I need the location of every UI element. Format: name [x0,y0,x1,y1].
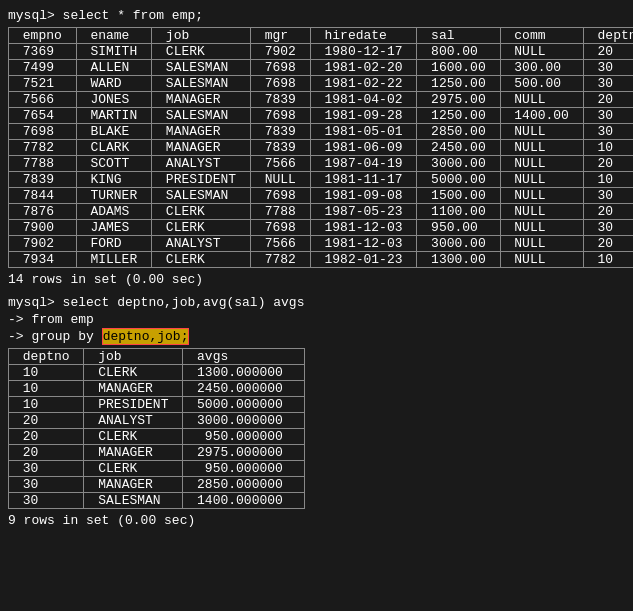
table-cell: ALLEN [76,60,151,76]
table-row: 7566 JONES MANAGER 7839 1981-04-02 2975.… [9,92,634,108]
col-job: job [152,28,251,44]
table-cell: 20 [583,44,633,60]
table-cell: PRESIDENT [152,172,251,188]
table-cell: 10 [9,365,84,381]
table-cell: 20 [583,204,633,220]
table-row: 7876 ADAMS CLERK 7788 1987-05-23 1100.00… [9,204,634,220]
table-cell: 30 [583,108,633,124]
result-table-2: deptno job avgs 10 CLERK 1300.000000 10 … [8,348,305,509]
table-cell: SALESMAN [152,60,251,76]
table-cell: MANAGER [84,445,183,461]
table-cell: 7698 [250,76,310,92]
table-cell: ANALYST [152,236,251,252]
table-cell: 7782 [250,252,310,268]
col-empno: empno [9,28,77,44]
table-cell: NULL [500,44,583,60]
table-cell: SCOTT [76,156,151,172]
table-cell: 1981-02-22 [310,76,417,92]
table-cell: 7698 [9,124,77,140]
table-cell: 3000.00 [417,236,500,252]
table-cell: 1981-09-28 [310,108,417,124]
table-cell: 10 [583,172,633,188]
table-cell: SALESMAN [152,76,251,92]
table-cell: NULL [500,252,583,268]
table-cell: 30 [583,76,633,92]
table-cell: FORD [76,236,151,252]
table-cell: 10 [583,140,633,156]
col2-avgs: avgs [183,349,305,365]
table-cell: 30 [9,461,84,477]
table-cell: CLERK [152,220,251,236]
table-row: 30 MANAGER 2850.000000 [9,477,305,493]
table-cell: 10 [583,252,633,268]
table-cell: MILLER [76,252,151,268]
table-cell: 1981-09-08 [310,188,417,204]
table-cell: 30 [9,477,84,493]
table-cell: 20 [9,413,84,429]
table-cell: PRESIDENT [84,397,183,413]
table-cell: 20 [583,236,633,252]
table-cell: 7839 [250,92,310,108]
table-row: 10 PRESIDENT 5000.000000 [9,397,305,413]
table-cell: MANAGER [84,477,183,493]
table-cell: 7844 [9,188,77,204]
prompt1: mysql> select * from emp; [8,8,625,23]
table-cell: MANAGER [152,140,251,156]
table-cell: 7654 [9,108,77,124]
table-row: 7521 WARD SALESMAN 7698 1981-02-22 1250.… [9,76,634,92]
table-cell: 1300.000000 [183,365,305,381]
table-cell: 1987-04-19 [310,156,417,172]
table-row: 7934 MILLER CLERK 7782 1982-01-23 1300.0… [9,252,634,268]
table-cell: 7934 [9,252,77,268]
table-cell: 1980-12-17 [310,44,417,60]
table-cell: 2850.000000 [183,477,305,493]
table-cell: MANAGER [152,92,251,108]
table-row: 7654 MARTIN SALESMAN 7698 1981-09-28 125… [9,108,634,124]
table-cell: NULL [500,236,583,252]
table-row: 20 MANAGER 2975.000000 [9,445,305,461]
table-cell: 7839 [9,172,77,188]
table-cell: NULL [500,156,583,172]
table-cell: SIMITH [76,44,151,60]
table-row: 7902 FORD ANALYST 7566 1981-12-03 3000.0… [9,236,634,252]
table-cell: 1981-12-03 [310,220,417,236]
table-cell: 7788 [250,204,310,220]
table-cell: 950.000000 [183,461,305,477]
table-cell: 950.00 [417,220,500,236]
table-cell: ANALYST [152,156,251,172]
table-cell: 30 [9,493,84,509]
table-cell: 20 [9,429,84,445]
table-cell: 30 [583,60,633,76]
table-cell: NULL [500,92,583,108]
table-cell: NULL [500,220,583,236]
table-cell: TURNER [76,188,151,204]
table-cell: 1500.00 [417,188,500,204]
table-cell: CLERK [84,365,183,381]
table-cell: NULL [500,124,583,140]
table-cell: 5000.000000 [183,397,305,413]
col-deptno: deptno [583,28,633,44]
table1-header-row: empno ename job mgr hiredate sal comm de… [9,28,634,44]
table-cell: WARD [76,76,151,92]
table-row: 7844 TURNER SALESMAN 7698 1981-09-08 150… [9,188,634,204]
table-cell: 7521 [9,76,77,92]
terminal: mysql> select * from emp; empno ename jo… [8,8,625,528]
table-cell: NULL [250,172,310,188]
result1-info: 14 rows in set (0.00 sec) [8,272,625,287]
table-cell: 7839 [250,140,310,156]
table-cell: 2975.000000 [183,445,305,461]
table-cell: 7369 [9,44,77,60]
table-cell: 1400.00 [500,108,583,124]
table-cell: 30 [583,188,633,204]
table-cell: 1250.00 [417,76,500,92]
table-cell: 7902 [250,44,310,60]
table-cell: ADAMS [76,204,151,220]
table-cell: 7788 [9,156,77,172]
table-cell: MANAGER [84,381,183,397]
prompt2-line3: -> group by deptno,job; [8,329,625,344]
table-cell: 1981-12-03 [310,236,417,252]
table-cell: JAMES [76,220,151,236]
table-row: 30 CLERK 950.000000 [9,461,305,477]
table-cell: 1981-06-09 [310,140,417,156]
table-cell: 7839 [250,124,310,140]
